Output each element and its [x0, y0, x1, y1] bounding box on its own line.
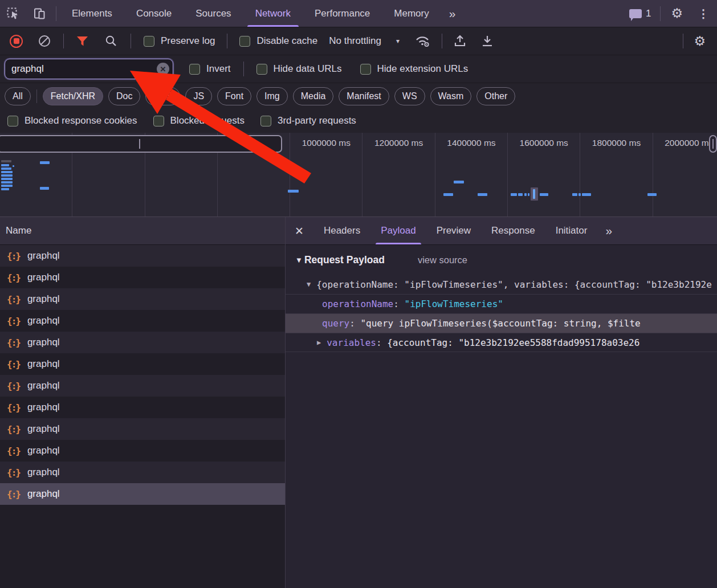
hide-data-urls-toggle[interactable]: Hide data URLs — [256, 63, 342, 75]
filter-toggle-button[interactable] — [76, 35, 89, 47]
chip-manifest[interactable]: Manifest — [339, 87, 389, 105]
search-icon — [104, 34, 118, 48]
chip-media[interactable]: Media — [293, 87, 334, 105]
request-row[interactable]: {:}graphql — [0, 397, 285, 418]
chip-wasm[interactable]: Wasm — [430, 87, 472, 105]
request-row[interactable]: {:}graphql — [0, 310, 285, 332]
payload-row-operation-name[interactable]: operationName: "ipFlowTimeseries" — [286, 294, 717, 313]
chip-fetch-xhr[interactable]: Fetch/XHR — [43, 87, 103, 105]
waterfall-bar — [40, 187, 49, 190]
request-row[interactable]: {:}graphql — [0, 462, 285, 483]
preserve-log-toggle[interactable]: Preserve log — [144, 35, 215, 47]
chip-js[interactable]: JS — [185, 87, 212, 105]
view-source-link[interactable]: view source — [418, 255, 467, 266]
request-row[interactable]: {:}graphql — [0, 245, 285, 267]
tab-sources[interactable]: Sources — [184, 0, 243, 27]
device-toolbar-button[interactable] — [26, 0, 52, 27]
third-party-requests-toggle[interactable]: 3rd-party requests — [260, 115, 356, 126]
request-name: graphql — [27, 445, 60, 456]
search-button[interactable] — [104, 34, 118, 48]
throttling-select[interactable]: No throttling ▾ — [329, 35, 400, 47]
record-button[interactable] — [10, 35, 23, 48]
network-conditions-button[interactable] — [414, 34, 431, 48]
network-settings-button[interactable]: ⚙ — [687, 34, 712, 49]
request-payload-section-header[interactable]: ▼ Request Payload view source — [286, 245, 717, 275]
overview-right-handle[interactable] — [709, 135, 717, 153]
name-column-header[interactable]: Name — [0, 217, 285, 245]
request-row[interactable]: {:}graphql — [0, 375, 285, 397]
blocked-response-cookies-label: Blocked response cookies — [25, 115, 137, 126]
request-name: graphql — [27, 337, 60, 348]
tab-response[interactable]: Response — [481, 217, 545, 244]
advanced-filter-row: Blocked response cookies Blocked request… — [0, 109, 717, 133]
export-har-button[interactable] — [480, 34, 495, 48]
filter-input-wrap: ✕ — [5, 59, 173, 79]
tab-label: Initiator — [556, 225, 588, 236]
request-row[interactable]: {:}graphql — [0, 288, 285, 310]
chip-font[interactable]: Font — [217, 87, 251, 105]
chevrons-icon: » — [449, 7, 455, 20]
hide-extension-urls-toggle[interactable]: Hide extension URLs — [360, 63, 469, 75]
tab-preview[interactable]: Preview — [426, 217, 481, 244]
gear-icon: ⚙ — [671, 6, 683, 21]
request-row-selected[interactable]: {:}graphql — [0, 483, 285, 505]
request-row[interactable]: {:}graphql — [0, 418, 285, 440]
settings-button[interactable]: ⚙ — [664, 6, 690, 21]
clear-log-button[interactable] — [38, 34, 51, 48]
chip-other[interactable]: Other — [476, 87, 515, 105]
tab-initiator[interactable]: Initiator — [545, 217, 598, 244]
request-name: graphql — [27, 467, 60, 478]
more-tabs-button[interactable]: » — [441, 7, 463, 21]
json-icon: {:} — [7, 424, 20, 435]
tab-console[interactable]: Console — [124, 0, 184, 27]
chip-img[interactable]: Img — [256, 87, 288, 105]
payload-root-node[interactable]: ▼ {operationName: "ipFlowTimeseries", va… — [286, 275, 717, 294]
chip-doc[interactable]: Doc — [108, 87, 140, 105]
tab-memory[interactable]: Memory — [382, 0, 441, 27]
waterfall-bar — [1, 188, 9, 190]
import-har-button[interactable] — [453, 34, 467, 48]
payload-key: variables — [327, 337, 376, 348]
blocked-response-cookies-toggle[interactable]: Blocked response cookies — [7, 115, 137, 126]
tab-performance[interactable]: Performance — [303, 0, 382, 27]
json-icon: {:} — [7, 294, 20, 305]
more-detail-tabs-button[interactable]: » — [597, 224, 619, 238]
disable-cache-toggle[interactable]: Disable cache — [239, 35, 317, 47]
request-row[interactable]: {:}graphql — [0, 332, 285, 353]
clear-filter-button[interactable]: ✕ — [157, 63, 169, 75]
tab-headers[interactable]: Headers — [313, 217, 370, 244]
chip-all[interactable]: All — [5, 87, 31, 105]
overview-left-handle[interactable] — [0, 135, 282, 153]
chip-label: Img — [264, 91, 280, 101]
payload-row-query-selected[interactable]: query: "query ipFlowTimeseries($accountT… — [286, 313, 717, 333]
close-details-button[interactable]: ✕ — [286, 224, 313, 238]
blocked-requests-toggle[interactable]: Blocked requests — [153, 115, 245, 126]
request-name: graphql — [27, 293, 60, 305]
chip-label: Manifest — [347, 91, 381, 101]
request-row[interactable]: {:}graphql — [0, 267, 285, 288]
divider — [131, 34, 131, 48]
filter-input[interactable] — [5, 59, 173, 79]
inspect-element-button[interactable] — [0, 0, 26, 27]
tab-label: Response — [491, 225, 535, 236]
chip-ws[interactable]: WS — [394, 87, 425, 105]
request-row[interactable]: {:}graphql — [0, 353, 285, 375]
chip-label: Wasm — [438, 91, 464, 101]
request-row[interactable]: {:}graphql — [0, 440, 285, 462]
json-icon: {:} — [7, 467, 20, 478]
tab-network[interactable]: Network — [243, 0, 303, 27]
chip-css[interactable]: CSS — [145, 87, 180, 105]
divider — [56, 6, 56, 21]
payload-row-variables[interactable]: ▶variables: {accountTag: "b12e3b2192ee55… — [286, 333, 717, 352]
tabbar-right: 1 ⚙ ⋮ — [624, 6, 717, 21]
network-overview-timeline[interactable]: 200000 ms 400000 ms 600000 ms 800000 ms … — [0, 133, 717, 217]
waterfall-bar — [478, 193, 487, 196]
main-menu-button[interactable]: ⋮ — [690, 7, 717, 21]
tab-elements[interactable]: Elements — [60, 0, 124, 27]
divider — [36, 89, 37, 103]
invert-toggle[interactable]: Invert — [189, 63, 231, 75]
tab-payload[interactable]: Payload — [370, 217, 426, 244]
triangle-down-icon: ▼ — [295, 256, 303, 264]
waterfall-bar — [647, 193, 657, 196]
issues-button[interactable]: 1 — [624, 8, 657, 19]
